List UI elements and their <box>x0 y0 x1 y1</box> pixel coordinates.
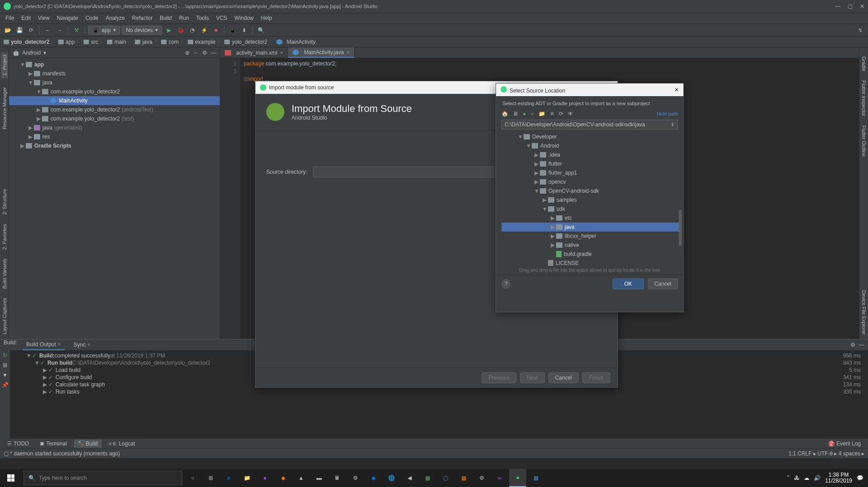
menu-analyze[interactable]: Analyze <box>102 13 129 23</box>
tab-build-output[interactable]: Build Output × <box>23 339 65 350</box>
bc-com[interactable]: com <box>161 39 179 45</box>
tree-row[interactable]: ▶manifests <box>9 69 220 78</box>
app-icon[interactable]: ⚙ <box>473 469 490 487</box>
file-tree-row[interactable]: ▶.idea <box>501 150 683 159</box>
menu-run[interactable]: Run <box>176 13 193 23</box>
hide-icon[interactable]: — <box>859 342 864 348</box>
close-icon[interactable]: ✕ <box>674 87 679 93</box>
file-tree-row[interactable]: ▶java <box>501 223 682 232</box>
debug-icon[interactable]: 🐞 <box>176 25 186 35</box>
attach-icon[interactable]: ⚡ <box>199 25 209 35</box>
back-icon[interactable]: ← <box>43 25 53 35</box>
pin-icon[interactable]: 📌 <box>2 382 9 388</box>
file-tree-row[interactable]: ▶opencv <box>501 177 683 186</box>
file-tree-row[interactable]: ▼Developer <box>501 132 683 141</box>
tab-device-explorer[interactable]: Device File Explorer <box>861 290 867 334</box>
new-folder-icon[interactable]: 📁 <box>538 111 545 117</box>
file-tree-row[interactable]: LICENSE <box>501 259 683 266</box>
app-icon[interactable]: ◆ <box>365 469 382 487</box>
tree-row[interactable]: MainActivity <box>9 96 220 105</box>
rerun-icon[interactable]: ↻ <box>3 352 7 358</box>
menu-code[interactable]: Code <box>82 13 102 23</box>
menu-vcs[interactable]: VCS <box>213 13 231 23</box>
menu-navigate[interactable]: Navigate <box>53 13 82 23</box>
file-tree-row[interactable]: ▶etc <box>501 213 683 223</box>
tab-gradle[interactable]: Gradle <box>861 56 867 71</box>
tab-resource-manager[interactable]: Resource Manager <box>2 87 7 130</box>
stop-icon[interactable]: ■ <box>211 25 221 35</box>
unity-icon[interactable]: ◀ <box>401 469 418 487</box>
cancel-button[interactable]: Cancel <box>648 278 678 289</box>
notifications-icon[interactable]: 💬 <box>857 475 863 481</box>
tab-build-variants[interactable]: Build Variants <box>2 259 7 289</box>
event-log[interactable]: 2 Event Log <box>825 440 864 448</box>
file-tree-row[interactable]: ▼sdk <box>501 204 683 213</box>
forward-icon[interactable]: → <box>55 25 65 35</box>
file-tree-row[interactable]: ▼Android <box>501 141 683 150</box>
previous-button[interactable]: Previous <box>482 372 516 383</box>
save-icon[interactable]: 💾 <box>14 25 24 35</box>
tray-chevron-icon[interactable]: ˄ <box>787 475 789 481</box>
calc-icon[interactable]: 🖩 <box>329 469 346 487</box>
status-right[interactable]: 1:1 CRLF ▸ UTF-8 ▸ 4 spaces ▸ <box>789 450 864 457</box>
close-icon[interactable]: ✕ <box>860 3 864 9</box>
target-icon[interactable]: ⊕ <box>185 50 190 56</box>
avd-icon[interactable]: 📱 <box>227 25 237 35</box>
bc-example[interactable]: example <box>188 39 215 45</box>
file-tree-row[interactable]: ▶flutter_app1 <box>501 168 683 177</box>
app-icon[interactable]: ▢ <box>437 469 454 487</box>
vs-icon[interactable]: ∞ <box>491 469 508 487</box>
bc-class[interactable]: MainActivity <box>276 39 316 45</box>
ide-errors-icon[interactable]: ↯ <box>855 25 865 35</box>
desktop-icon[interactable]: 🖥 <box>513 111 518 117</box>
app-icon[interactable]: ▲ <box>292 469 310 487</box>
tree-row[interactable]: ▶res <box>9 132 220 141</box>
run-config-dropdown[interactable]: 📱app▾ <box>88 26 120 35</box>
tab-terminal[interactable]: ▣ Terminal <box>36 440 70 448</box>
tree-row[interactable]: ▶java(generated) <box>9 123 220 132</box>
file-tree-row[interactable]: ▶libcxx_helper <box>501 232 683 241</box>
tree-row[interactable]: ▼app <box>9 60 220 69</box>
chrome-icon[interactable]: 🌐 <box>383 469 400 487</box>
menu-refactor[interactable]: Refactor <box>129 13 156 23</box>
gear-icon[interactable]: ⚙ <box>850 342 855 348</box>
gear-icon[interactable]: ⚙ <box>202 50 207 56</box>
tab-build[interactable]: 🔨 Build <box>74 440 102 448</box>
file-tree-row[interactable]: build.gradle <box>501 250 683 259</box>
tab-flutter-inspector[interactable]: Flutter Inspector <box>861 80 867 116</box>
tab-layout-captures[interactable]: Layout Captures <box>2 298 7 334</box>
xampp-icon[interactable]: ▦ <box>455 469 472 487</box>
profile-icon[interactable]: ◔ <box>187 25 197 35</box>
tab-flutter-outline[interactable]: Flutter Outline <box>861 125 867 157</box>
maximize-icon[interactable]: ▢ <box>848 3 853 9</box>
menu-build[interactable]: Build <box>156 13 176 23</box>
path-input[interactable]: C:\DATA\Developer\Android\OpenCV-android… <box>501 120 678 130</box>
menu-file[interactable]: File <box>2 13 18 23</box>
explorer-icon[interactable]: 📁 <box>238 469 255 487</box>
tree-row[interactable]: ▶com.example.yolo_detector2(androidTest) <box>9 105 220 114</box>
tab-sync[interactable]: Sync × <box>70 339 94 350</box>
tab-todo[interactable]: ☰ TODO <box>4 440 32 448</box>
taskbar-search[interactable]: 🔍 Type here to search <box>23 471 182 485</box>
expand-icon[interactable]: ⊞ <box>3 362 7 368</box>
tab-structure[interactable]: 2: Structure <box>2 189 7 215</box>
menu-edit[interactable]: Edit <box>18 13 34 23</box>
task-view-icon[interactable]: ⊞ <box>202 469 219 487</box>
bc-main[interactable]: main <box>107 39 126 45</box>
tree-row[interactable]: ▼com.example.yolo_detector2 <box>9 87 220 96</box>
blender-icon[interactable]: ◆ <box>274 469 292 487</box>
hide-icon[interactable]: — <box>211 50 216 56</box>
sync-icon[interactable]: ⟳ <box>26 25 36 35</box>
build-row[interactable]: ▶✓Run tasks336 ms <box>10 388 868 395</box>
help-icon[interactable]: ? <box>501 279 511 288</box>
bc-root[interactable]: yolo_detector2 <box>4 39 49 45</box>
close-icon[interactable]: × <box>347 49 350 56</box>
project-selector[interactable]: 🤖Android▾ <box>13 50 46 56</box>
bc-src[interactable]: src <box>84 39 98 45</box>
search-icon[interactable]: 🔍 <box>256 25 266 35</box>
tree-row[interactable]: ▶com.example.yolo_detector2(test) <box>9 114 220 123</box>
menu-tools[interactable]: Tools <box>193 13 213 23</box>
tree-row[interactable]: ▶Gradle Scripts <box>9 141 220 150</box>
file-tree-row[interactable]: ▶flutter <box>501 159 683 168</box>
bc-pkg[interactable]: yolo_detector2 <box>224 39 267 45</box>
